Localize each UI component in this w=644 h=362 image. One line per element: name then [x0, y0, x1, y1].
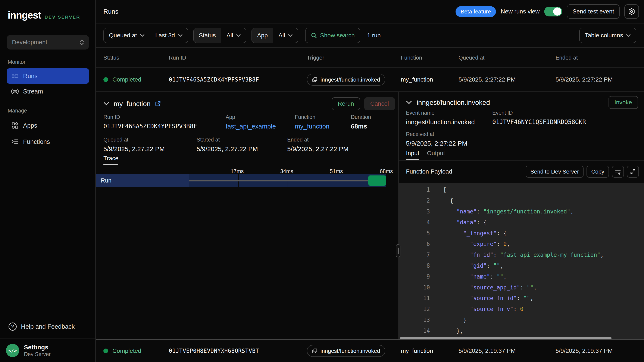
function-name: my_function: [401, 348, 433, 354]
run-detail-title: my_function: [114, 100, 151, 108]
collapse-chevron-icon[interactable]: [104, 102, 110, 106]
trace-execution-block[interactable]: [368, 176, 386, 186]
duration-label: Duration: [351, 114, 371, 120]
table-columns-button[interactable]: Table columns: [579, 28, 636, 43]
received-at-label: Received at: [406, 131, 467, 137]
trigger-event-pill[interactable]: inngest/function.invoked: [307, 345, 385, 357]
send-to-dev-server-button[interactable]: Send to Dev Server: [526, 166, 584, 178]
time-field-dropdown[interactable]: Queued at: [104, 28, 150, 43]
time-field-value: Queued at: [109, 32, 137, 39]
run-detail-panel: my_function Rerun Cancel Run ID 01JTVF46…: [96, 92, 644, 339]
line-number: 12: [399, 306, 430, 312]
function-label: Function: [295, 114, 330, 120]
app-filter-dropdown[interactable]: All: [273, 28, 298, 43]
dev-server-label: DEV SERVER: [45, 14, 80, 20]
event-name-value: inngest/function.invoked: [406, 118, 475, 126]
line-number: 13: [399, 317, 430, 323]
trigger-event-pill[interactable]: inngest/function.invoked: [307, 74, 385, 86]
function-payload-title: Function Payload: [406, 168, 452, 175]
status-filter-dropdown[interactable]: All: [221, 28, 246, 43]
sidebar-item-stream[interactable]: Stream: [7, 84, 89, 99]
sidebar-item-functions[interactable]: Functions: [7, 134, 89, 149]
time-range-dropdown[interactable]: Last 3d: [150, 28, 188, 43]
status-filter-value: All: [226, 32, 233, 39]
time-range-value: Last 3d: [155, 32, 175, 39]
column-header-queued-at: Queued at: [458, 54, 484, 61]
line-number: 6: [399, 241, 430, 247]
sidebar-section-manage: Manage: [8, 108, 27, 114]
line-number: 7: [399, 252, 430, 258]
code-line: 6 "expire": 0,: [399, 239, 644, 249]
trace-tick-label: 34ms: [280, 168, 293, 174]
column-header-function: Function: [401, 54, 422, 61]
line-number: 1: [399, 186, 430, 193]
table-row[interactable]: Completed 01JTVF46SA5ZCDK4YPFSPV3B8F inn…: [96, 68, 644, 92]
trace-tick-label: 17ms: [230, 168, 244, 174]
app-link[interactable]: fast_api_example: [226, 123, 276, 130]
trace-run-row[interactable]: Run: [96, 174, 386, 187]
new-runs-view-toggle[interactable]: [544, 7, 562, 16]
runs-icon: [11, 72, 19, 80]
chevron-down-icon: [140, 34, 145, 37]
function-link[interactable]: my_function: [295, 123, 330, 130]
show-search-button[interactable]: Show search: [305, 28, 360, 43]
line-number: 11: [399, 295, 430, 301]
event-id-label: Event ID: [492, 110, 586, 116]
functions-icon: [11, 138, 19, 146]
cancel-button[interactable]: Cancel: [364, 97, 395, 110]
queued-at-value: 5/9/2025, 2:19:37 PM: [458, 348, 516, 354]
settings-gear-button[interactable]: [624, 4, 639, 19]
toggle-knob: [553, 7, 561, 15]
sidebar-item-runs[interactable]: Runs: [7, 68, 89, 84]
send-test-event-button[interactable]: Send test event: [567, 4, 620, 19]
line-number: 4: [399, 219, 430, 226]
settings-item[interactable]: </> Settings Dev Server: [0, 339, 95, 362]
invoke-button[interactable]: Invoke: [608, 96, 638, 109]
copy-button[interactable]: Copy: [586, 166, 609, 178]
copy-icon: [312, 348, 318, 354]
app-logo: inngest DEV SERVER: [8, 9, 80, 21]
status-filter-group: Status All: [193, 28, 246, 43]
column-header-run-id: Run ID: [169, 54, 186, 61]
code-line: 13 }: [399, 315, 644, 326]
ended-at-value: 5/9/2025, 2:27:22 PM: [287, 145, 348, 153]
rerun-button[interactable]: Rerun: [332, 97, 360, 110]
help-and-feedback-item[interactable]: ? Help and Feedback: [7, 319, 89, 334]
code-line: 5 "_inngest": {: [399, 228, 644, 239]
run-count: 1 run: [367, 32, 381, 39]
tab-output[interactable]: Output: [427, 150, 445, 157]
filter-bar: Queued at Last 3d Status All: [96, 23, 644, 48]
code-line: 14 },: [399, 325, 644, 336]
tab-input[interactable]: Input: [406, 150, 419, 157]
expand-button[interactable]: [627, 166, 639, 178]
gear-icon: [628, 8, 636, 15]
beta-feature-badge: Beta feature: [456, 6, 496, 17]
panel-resize-handle[interactable]: [396, 244, 400, 257]
environment-select[interactable]: Development: [7, 35, 89, 49]
status-filter-label: Status: [194, 28, 221, 43]
code-line: 1[: [399, 184, 644, 195]
horizontal-scrollbar[interactable]: [400, 337, 612, 339]
code-line: 11 "source_fn_id": "",: [399, 293, 644, 304]
new-runs-view-label: New runs view: [501, 8, 540, 15]
sidebar-item-label: Runs: [23, 73, 38, 80]
run-id-value: 01JTVF46SA5ZCDK4YPFSPV3B8F: [104, 123, 197, 130]
collapse-chevron-icon[interactable]: [406, 101, 412, 104]
event-detail-panel: inngest/function.invoked Invoke Event na…: [398, 92, 644, 339]
column-header-ended-at: Ended at: [556, 54, 578, 61]
dev-server-avatar-icon: </>: [6, 344, 19, 357]
started-at-value: 5/9/2025, 2:27:22 PM: [196, 145, 258, 153]
external-link-icon[interactable]: [155, 101, 161, 107]
table-row[interactable]: Completed 01JTVEP0H8EVDNYXH68QRSTVBT inn…: [96, 339, 644, 362]
chevron-down-icon: [178, 34, 183, 37]
column-header-trigger: Trigger: [307, 54, 324, 61]
environment-select-value: Development: [12, 39, 47, 46]
expand-icon: [630, 169, 636, 175]
settings-title: Settings: [24, 344, 51, 351]
help-label: Help and Feedback: [21, 323, 75, 330]
word-wrap-button[interactable]: [612, 166, 624, 178]
queued-at-value: 5/9/2025, 2:27:22 PM: [104, 145, 165, 153]
sidebar-item-apps[interactable]: Apps: [7, 118, 89, 133]
chevron-down-icon: [288, 34, 293, 37]
tab-trace[interactable]: Trace: [104, 155, 118, 162]
